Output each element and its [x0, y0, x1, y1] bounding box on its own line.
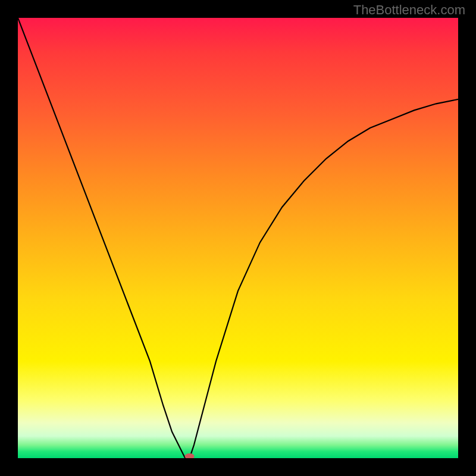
chart-svg [18, 18, 458, 458]
chart-plot-area [18, 18, 458, 458]
watermark-text: TheBottleneck.com [353, 2, 465, 18]
bottleneck-curve [18, 18, 458, 458]
min-marker [185, 453, 195, 458]
